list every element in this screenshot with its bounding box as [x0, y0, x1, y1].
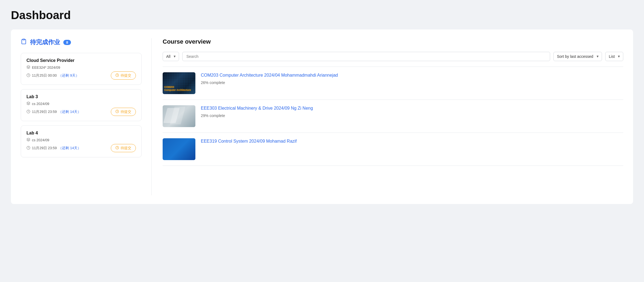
course-overview-title: Course overview: [163, 38, 623, 45]
assignment-card: Lab 3 cs 2024/09: [21, 89, 142, 121]
submit-label: 待提交: [121, 73, 131, 78]
remaining-days: （还剩 9天）: [58, 73, 79, 78]
assignment-footer: 11月25日 00:00 （还剩 9天） 待提交: [26, 71, 136, 80]
layers-icon: [26, 65, 30, 70]
course-link-eee303[interactable]: EEE303 Electrical Machinery & Drive 2024…: [201, 105, 623, 111]
course-thumb-label: COM203Computer Architecture: [164, 86, 191, 92]
assignment-card: Lab 4 cs 2024/09: [21, 125, 142, 157]
assignment-name: Cloud Service Provider: [26, 58, 136, 63]
clock-icon: [26, 73, 30, 78]
filter-view-wrapper: List ▼: [605, 52, 623, 61]
assignment-meta: cs 2024/09: [26, 101, 136, 106]
layers-icon: [26, 101, 30, 106]
main-card: 待完成作业 8 Cloud Service Provider EEE324* 2…: [11, 29, 633, 204]
course-info: EEE319 Control System 2024/09 Mohamad Ra…: [201, 138, 623, 146]
svg-rect-0: [23, 39, 25, 40]
course-item: EEE303 Electrical Machinery & Drive 2024…: [163, 100, 623, 133]
layers-icon: [26, 138, 30, 142]
clock-icon: [26, 146, 30, 151]
assignment-due: 11月29日 23:59 （还剩 14天）: [26, 109, 81, 114]
search-input[interactable]: [182, 52, 550, 61]
submit-button[interactable]: 待提交: [111, 108, 136, 116]
assignment-meta: cs 2024/09: [26, 138, 136, 142]
course-item: COM203Computer Architecture COM203 Compu…: [163, 67, 623, 100]
section-header: 待完成作业 8: [21, 38, 142, 46]
course-item: EEE319 Control System 2024/09 Mohamad Ra…: [163, 133, 623, 166]
assignment-footer: 11月29日 23:59 （还剩 14天） 待提交: [26, 144, 136, 152]
assignments-title: 待完成作业: [30, 38, 60, 46]
assignment-meta: EEE324* 2024/09: [26, 65, 136, 70]
clock-icon-orange: [115, 110, 119, 114]
filters-row: All ▼ Sort by last accessed ▼ List ▼: [163, 52, 623, 61]
clipboard-icon: [21, 38, 27, 46]
remaining-days: （还剩 14天）: [58, 109, 81, 114]
course-thumbnail-eee319: [163, 138, 195, 160]
remaining-days: （还剩 14天）: [58, 146, 81, 151]
assignments-badge: 8: [63, 40, 71, 45]
assignment-footer: 11月29日 23:59 （还剩 14天） 待提交: [26, 108, 136, 116]
course-info: EEE303 Electrical Machinery & Drive 2024…: [201, 105, 623, 118]
submit-label: 待提交: [121, 146, 131, 151]
submit-button[interactable]: 待提交: [111, 71, 136, 80]
filter-all-wrapper: All ▼: [163, 52, 179, 61]
submit-label: 待提交: [121, 109, 131, 114]
search-input-wrapper: [182, 52, 550, 61]
due-date: 11月29日 23:59: [32, 146, 57, 151]
course-overview-panel: Course overview All ▼ Sort by last acces…: [152, 38, 623, 195]
assignment-course: EEE324* 2024/09: [32, 65, 60, 70]
assignment-name: Lab 3: [26, 94, 136, 99]
course-progress-com203: 26% complete: [201, 80, 623, 85]
clock-icon-orange: [115, 73, 119, 78]
due-date: 11月25日 00:00: [32, 73, 57, 78]
clock-icon: [26, 110, 30, 114]
svg-marker-7: [27, 138, 30, 140]
svg-marker-1: [27, 65, 30, 67]
view-select[interactable]: List: [605, 52, 623, 61]
page-title: Dashboard: [11, 9, 633, 22]
sort-select[interactable]: Sort by last accessed: [553, 52, 602, 61]
assignment-course: cs 2024/09: [32, 138, 49, 142]
course-link-com203[interactable]: COM203 Computer Architecture 2024/04 Moh…: [201, 72, 623, 78]
assignments-panel: 待完成作业 8 Cloud Service Provider EEE324* 2…: [21, 38, 152, 195]
clock-icon-orange: [115, 146, 119, 150]
assignment-name: Lab 4: [26, 131, 136, 136]
course-thumbnail-eee303: [163, 105, 195, 127]
course-link-eee319[interactable]: EEE319 Control System 2024/09 Mohamad Ra…: [201, 138, 623, 144]
course-thumbnail-com203: COM203Computer Architecture: [163, 72, 195, 94]
course-info: COM203 Computer Architecture 2024/04 Moh…: [201, 72, 623, 85]
due-date: 11月29日 23:59: [32, 109, 57, 114]
assignment-due: 11月25日 00:00 （还剩 9天）: [26, 73, 79, 78]
filter-all-select[interactable]: All: [163, 52, 179, 61]
assignment-card: Cloud Service Provider EEE324* 2024/09: [21, 53, 142, 85]
course-progress-eee303: 29% complete: [201, 113, 623, 118]
filter-sort-wrapper: Sort by last accessed ▼: [553, 52, 602, 61]
assignment-course: cs 2024/09: [32, 102, 49, 106]
submit-button[interactable]: 待提交: [111, 144, 136, 152]
svg-marker-4: [27, 102, 30, 103]
assignment-due: 11月29日 23:59 （还剩 14天）: [26, 146, 81, 151]
